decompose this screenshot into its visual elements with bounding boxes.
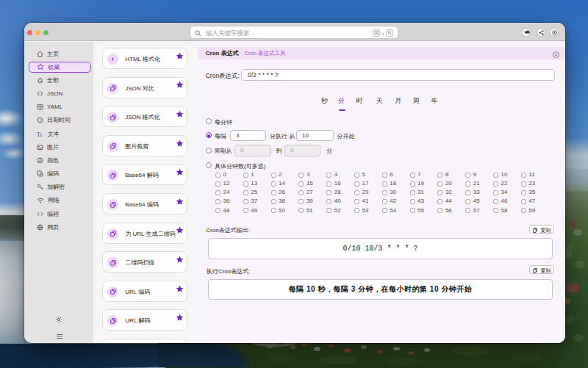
svg-text:Tt: Tt [37,131,43,137]
